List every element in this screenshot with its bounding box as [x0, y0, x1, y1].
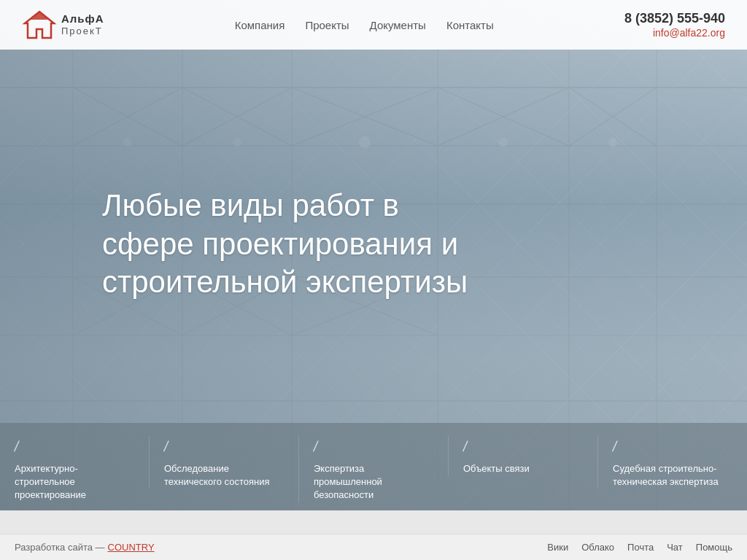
footer-links: ВикиОблакоПочтаЧатПомощь	[547, 542, 732, 553]
footer-dev-link[interactable]: COUNTRY	[108, 542, 155, 553]
service-item: /Экспертиза промышленной безопасности	[298, 436, 448, 502]
nav-link[interactable]: Компания	[235, 19, 285, 31]
service-item: /Судебная строительно-техническая экспер…	[597, 436, 747, 489]
nav-link[interactable]: Проекты	[305, 19, 349, 31]
hero-content: Любые виды работ в сфере проектирования …	[102, 187, 481, 302]
service-slash: /	[312, 436, 436, 456]
footer-link[interactable]: Помощь	[696, 542, 732, 553]
footer-link[interactable]: Облако	[581, 542, 614, 553]
service-label: Объекты связи	[463, 463, 530, 474]
service-label: Архитектурно-строительное проектирование	[15, 463, 86, 500]
logo-alfa: АльфА	[61, 12, 104, 26]
service-slash: /	[13, 436, 136, 456]
service-slash: /	[163, 436, 286, 456]
service-label: Экспертиза промышленной безопасности	[314, 463, 382, 500]
logo: АльфА ПроекТ	[22, 7, 104, 42]
service-slash: /	[611, 436, 735, 456]
logo-icon	[22, 7, 57, 42]
main-nav: КомпанияПроектыДокументыКонтакты	[235, 19, 494, 31]
logo-proekt: ПроекТ	[61, 26, 104, 38]
service-label: Судебная строительно-техническая эксперт…	[613, 463, 719, 487]
service-item: /Объекты связи	[448, 436, 597, 475]
header: АльфА ПроекТ КомпанияПроектыДокументыКон…	[0, 0, 747, 50]
contact-info: 8 (3852) 555-940 info@alfa22.org	[624, 11, 725, 39]
footer-dev-text: Разработка сайта —	[15, 542, 105, 553]
footer-link[interactable]: Вики	[547, 542, 568, 553]
hero-title: Любые виды работ в сфере проектирования …	[102, 187, 481, 302]
footer-link[interactable]: Почта	[627, 542, 654, 553]
footer: Разработка сайта — COUNTRY ВикиОблакоПоч…	[0, 534, 747, 560]
nav-link[interactable]: Документы	[370, 19, 426, 31]
footer-dev: Разработка сайта — COUNTRY	[15, 542, 155, 553]
nav-link[interactable]: Контакты	[446, 19, 494, 31]
email-link[interactable]: info@alfa22.org	[653, 27, 725, 39]
service-item: /Обследование технического состояния	[149, 436, 298, 489]
service-slash: /	[462, 436, 585, 456]
footer-link[interactable]: Чат	[667, 542, 683, 553]
service-label: Обследование технического состояния	[164, 463, 270, 487]
service-item: /Архитектурно-строительное проектировани…	[0, 436, 149, 502]
services-bar: /Архитектурно-строительное проектировани…	[0, 423, 747, 510]
phone-number: 8 (3852) 555-940	[624, 11, 725, 26]
